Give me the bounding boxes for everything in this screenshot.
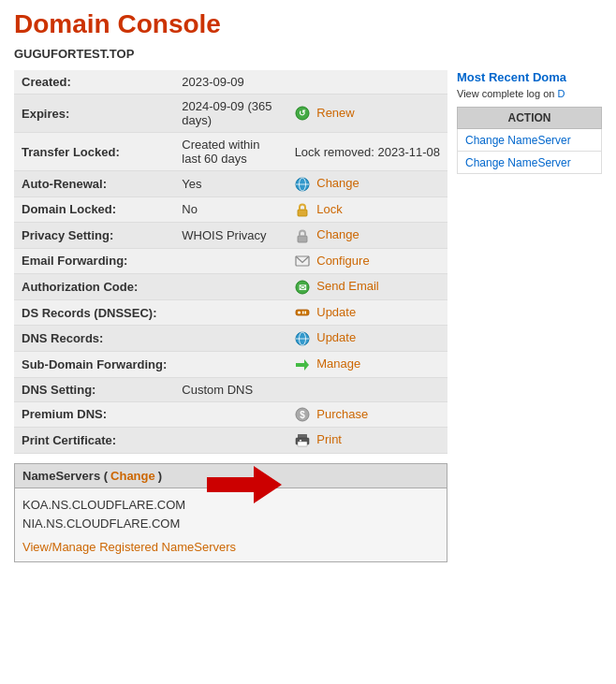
nameservers-box: NameServers ( Change ) KOA.NS.CLOUDFLARE…: [14, 463, 447, 563]
table-row: Print Certificate: Print: [14, 428, 447, 454]
action-header: ACTION: [458, 108, 602, 129]
dns-setting-label: DNS Setting:: [14, 377, 174, 401]
table-row: Change NameServer: [458, 129, 602, 152]
action-row-1: Change NameServer: [458, 129, 602, 152]
update-ds-link[interactable]: Update: [316, 305, 356, 319]
email-forwarding-value: [174, 248, 286, 274]
email-forwarding-label: Email Forwarding:: [14, 248, 174, 274]
privacy-value: WHOIS Privacy: [174, 223, 286, 249]
privacy-action: Change: [287, 223, 447, 249]
transfer-locked-label: Transfer Locked:: [14, 133, 174, 171]
transfer-locked-extra: Lock removed: 2023-11-08: [287, 133, 447, 171]
svg-text:↺: ↺: [299, 109, 306, 118]
svg-rect-6: [298, 236, 307, 242]
table-row: Created: 2023-09-09: [14, 70, 447, 95]
action-row-2: Change NameServer: [458, 152, 602, 174]
domain-locked-value: No: [174, 196, 286, 223]
ds-records-action: Update: [287, 299, 447, 326]
transfer-locked-value: Created within last 60 days: [174, 133, 286, 171]
expires-value: 2024-09-09 (365 days): [174, 95, 286, 133]
manage-subdomain-link[interactable]: Manage: [316, 357, 360, 371]
print-cert-label: Print Certificate:: [14, 428, 174, 454]
svg-point-11: [298, 312, 301, 314]
table-row: Premium DNS: $ Purchase: [14, 401, 447, 428]
auth-icon: ✉: [295, 280, 310, 295]
change-nameserver-link-2[interactable]: Change NameServer: [465, 156, 571, 169]
dns-records-value: [174, 326, 286, 352]
svg-rect-24: [300, 440, 301, 442]
nameservers-body: KOA.NS.CLOUDFLARE.COM NIA.NS.CLOUDFLARE.…: [15, 488, 447, 562]
change-privacy-link[interactable]: Change: [316, 227, 359, 241]
change-autorenewal-link[interactable]: Change: [316, 176, 359, 190]
key-icon: [295, 305, 310, 320]
svg-text:$: $: [300, 410, 305, 420]
table-row: Change NameServer: [458, 152, 602, 174]
subdomain-action: Manage: [287, 351, 447, 377]
svg-rect-23: [298, 442, 307, 446]
panel-sub-link[interactable]: D: [557, 88, 565, 99]
manage-nameservers-link[interactable]: View/Manage Registered NameServers: [22, 540, 236, 554]
table-row: Privacy Setting: WHOIS Privacy Change: [14, 223, 447, 249]
table-row: DNS Records: Update: [14, 326, 447, 352]
autorenewal-value: Yes: [174, 171, 286, 197]
print-cert-value: [174, 428, 286, 454]
subdomain-label: Sub-Domain Forwarding:: [14, 351, 174, 377]
svg-rect-17: [296, 363, 305, 367]
nameservers-title: NameServers (: [22, 469, 108, 483]
table-row: DS Records (DNSSEC): Update: [14, 299, 447, 326]
configure-email-link[interactable]: Configure: [316, 254, 369, 268]
email-icon: [295, 254, 310, 269]
autorenewal-label: Auto-Renewal:: [14, 171, 174, 197]
table-row: Authorization Code: ✉ Send Email: [14, 274, 447, 300]
svg-rect-13: [304, 312, 306, 314]
svg-marker-18: [304, 359, 309, 371]
dns-setting-action: [287, 377, 447, 401]
print-link[interactable]: Print: [316, 432, 342, 446]
table-row: Sub-Domain Forwarding: Manage: [14, 351, 447, 377]
table-row: Expires: 2024-09-09 (365 days) ↺ Renew: [14, 95, 447, 133]
lock-icon: [295, 202, 310, 217]
table-row: Domain Locked: No Lock: [14, 196, 447, 223]
right-panel: Most Recent Doma View complete log on D …: [457, 70, 602, 174]
panel-sub: View complete log on D: [457, 88, 602, 99]
ds-records-value: [174, 299, 286, 326]
dollar-icon: $: [295, 407, 310, 422]
renew-icon: ↺: [295, 106, 310, 121]
auth-code-label: Authorization Code:: [14, 274, 174, 300]
table-row: Transfer Locked: Created within last 60 …: [14, 133, 447, 171]
svg-text:✉: ✉: [299, 283, 307, 293]
update-dns-link[interactable]: Update: [316, 330, 356, 344]
nameserver-1: KOA.NS.CLOUDFLARE.COM: [22, 496, 439, 516]
created-action: [287, 70, 447, 95]
table-row: DNS Setting: Custom DNS: [14, 377, 447, 401]
autorenewal-action: Change: [287, 171, 447, 197]
domain-locked-label: Domain Locked:: [14, 196, 174, 223]
svg-rect-12: [302, 312, 304, 314]
created-value: 2023-09-09: [174, 70, 286, 95]
send-email-link[interactable]: Send Email: [316, 279, 378, 293]
left-panel: Created: 2023-09-09 Expires: 2024-09-09 …: [14, 70, 447, 562]
purchase-dns-link[interactable]: Purchase: [316, 407, 368, 421]
page-title: Domain Console: [14, 9, 602, 39]
premium-dns-label: Premium DNS:: [14, 401, 174, 428]
print-cert-action: Print: [287, 428, 447, 454]
nameservers-header: NameServers ( Change ): [15, 464, 447, 488]
action-table: ACTION Change NameServer Change NameServ…: [457, 107, 602, 174]
renew-link[interactable]: Renew: [316, 106, 354, 120]
globe-icon: [295, 177, 310, 192]
email-forwarding-action: Configure: [287, 248, 447, 274]
table-row: Auto-Renewal: Yes Change: [14, 171, 447, 197]
dns-setting-value: Custom DNS: [174, 377, 286, 401]
domain-locked-action: Lock: [287, 196, 447, 223]
dns-icon: [295, 331, 310, 346]
change-nameserver-link-1[interactable]: Change NameServer: [465, 134, 571, 147]
ds-records-label: DS Records (DNSSEC):: [14, 299, 174, 326]
auth-code-value: [174, 274, 286, 300]
lock-link[interactable]: Lock: [316, 202, 342, 216]
expires-label: Expires:: [14, 95, 174, 133]
nameservers-change-link[interactable]: Change: [110, 469, 155, 483]
table-row: Email Forwarding: Configure: [14, 248, 447, 274]
created-label: Created:: [14, 70, 174, 95]
panel-title: Most Recent Doma: [457, 70, 602, 84]
nameservers-title-end: ): [158, 469, 162, 483]
